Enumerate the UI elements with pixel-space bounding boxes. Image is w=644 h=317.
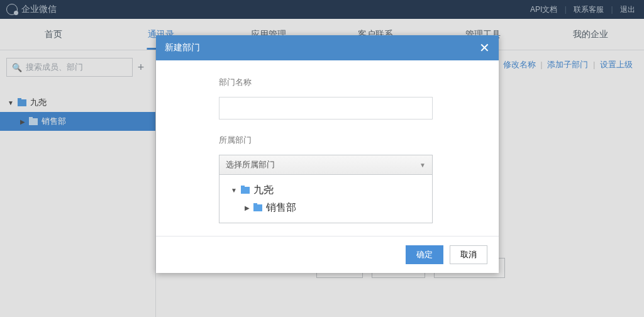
close-icon[interactable]: ✕ xyxy=(479,40,490,55)
chevron-down-icon: ▼ xyxy=(419,162,426,169)
parent-dept-dropdown: ▼ 九尧 ▶ 销售部 xyxy=(219,175,433,223)
dropdown-tree-root[interactable]: ▼ 九尧 xyxy=(219,181,432,199)
dropdown-child-label: 销售部 xyxy=(266,201,296,214)
confirm-button[interactable]: 确定 xyxy=(406,245,443,264)
modal-footer: 确定 取消 xyxy=(156,236,499,273)
dept-name-label: 部门名称 xyxy=(219,77,436,88)
modal-header: 新建部门 ✕ xyxy=(156,35,499,60)
parent-dept-select[interactable]: 选择所属部门 ▼ xyxy=(219,155,433,175)
cancel-button[interactable]: 取消 xyxy=(450,245,487,264)
dropdown-root-label: 九尧 xyxy=(253,184,274,197)
expand-icon: ▶ xyxy=(245,204,250,211)
parent-dept-label: 所属部门 xyxy=(219,135,436,146)
folder-icon xyxy=(253,204,262,211)
expand-icon: ▼ xyxy=(231,187,237,194)
select-placeholder: 选择所属部门 xyxy=(226,159,275,170)
modal-title: 新建部门 xyxy=(165,42,200,53)
modal-body: 部门名称 所属部门 选择所属部门 ▼ ▼ 九尧 ▶ 销售部 xyxy=(156,60,499,236)
dropdown-tree-child[interactable]: ▶ 销售部 xyxy=(219,199,432,216)
dept-name-input[interactable] xyxy=(219,97,433,120)
folder-icon xyxy=(241,187,250,194)
new-department-modal: 新建部门 ✕ 部门名称 所属部门 选择所属部门 ▼ ▼ 九尧 ▶ 销售部 确定 … xyxy=(156,35,499,273)
